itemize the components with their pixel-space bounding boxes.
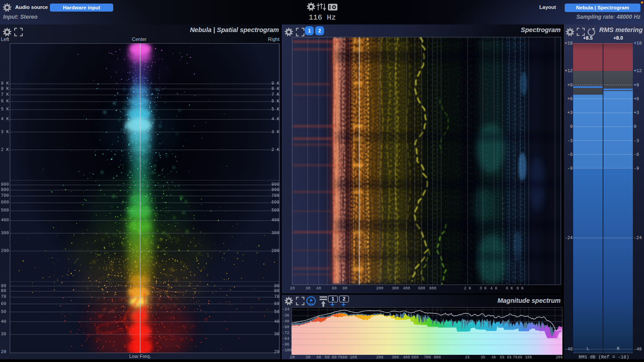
svg-text:live: live [309,302,314,305]
